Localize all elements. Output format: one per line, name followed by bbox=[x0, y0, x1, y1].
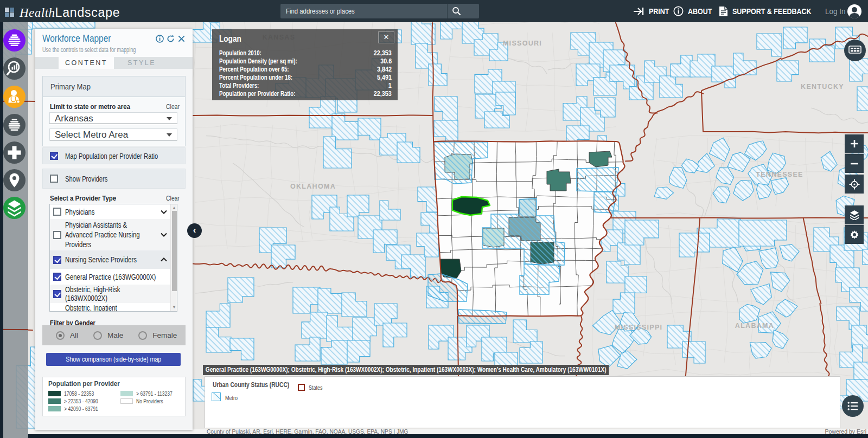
svg-text:ALABAMA: ALABAMA bbox=[735, 322, 774, 330]
svg-text:MISSISSIPPI: MISSISSIPPI bbox=[615, 324, 663, 331]
svg-text:TENNESSEE: TENNESSEE bbox=[756, 171, 803, 178]
svg-text:KENTUCKY: KENTUCKY bbox=[801, 83, 844, 91]
svg-text:OKLAHOMA: OKLAHOMA bbox=[290, 183, 336, 190]
svg-text:MISSOURI: MISSOURI bbox=[503, 40, 542, 47]
